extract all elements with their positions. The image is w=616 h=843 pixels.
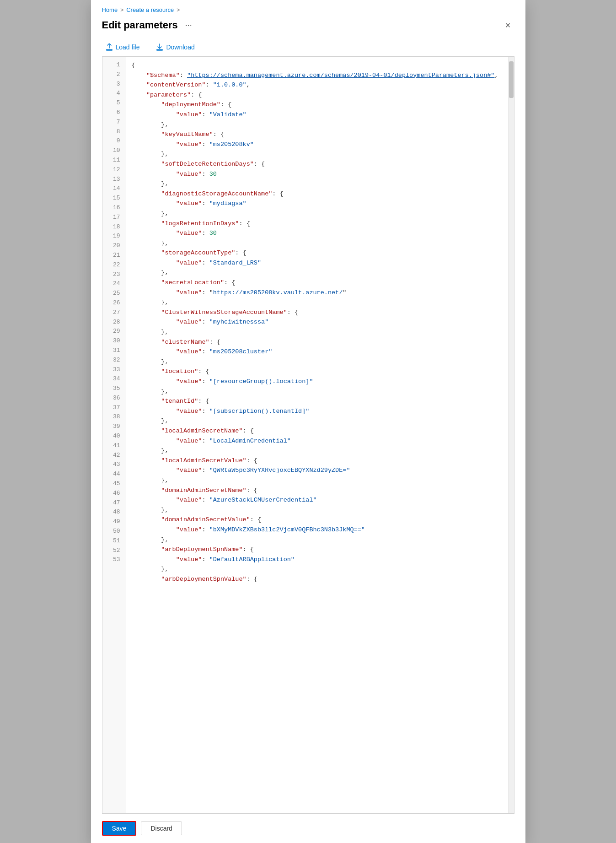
code-line: "keyVaultName": { (132, 130, 503, 140)
line-number: 50 (102, 527, 126, 536)
code-line: "storageAccountType": { (132, 248, 503, 258)
code-line: "value": "QWRtaW5pc3RyYXRvcjoxcEBQYXNzd2… (132, 465, 503, 476)
code-line: "deploymentMode": { (132, 100, 503, 110)
code-line: }, (132, 387, 503, 397)
line-number: 19 (102, 232, 126, 241)
breadcrumb-create-resource[interactable]: Create a resource (126, 6, 174, 13)
line-numbers: 1234567891011121314151617181920212223242… (102, 57, 126, 813)
code-line: "value": "LocalAdminCredential" (132, 436, 503, 446)
breadcrumb-sep-2: > (177, 7, 180, 13)
code-line: "value": "mydiagsa" (132, 199, 503, 209)
line-number: 38 (102, 412, 126, 422)
line-number: 51 (102, 536, 126, 546)
code-line: }, (132, 564, 503, 574)
line-number: 10 (102, 146, 126, 156)
line-number: 42 (102, 451, 126, 460)
line-number: 13 (102, 175, 126, 184)
code-line: "arbDeploymentSpnName": { (132, 545, 503, 555)
code-line: "localAdminSecretValue": { (132, 456, 503, 466)
code-line: "clusterName": { (132, 337, 503, 347)
line-number: 32 (102, 356, 126, 365)
line-number: 12 (102, 165, 126, 175)
line-number: 47 (102, 498, 126, 508)
line-number: 21 (102, 251, 126, 260)
toolbar: Load file Download (91, 38, 525, 56)
code-line: }, (132, 149, 503, 159)
schema-link[interactable]: "https://schema.management.azure.com/sch… (187, 72, 494, 79)
code-line: }, (132, 297, 503, 308)
line-number: 45 (102, 479, 126, 489)
line-number: 24 (102, 279, 126, 289)
line-number: 9 (102, 136, 126, 146)
editor-content[interactable]: 1234567891011121314151617181920212223242… (102, 57, 514, 813)
code-line: "location": { (132, 367, 503, 377)
code-line: "domainAdminSecretName": { (132, 486, 503, 496)
upload-icon (106, 43, 113, 51)
line-number: 53 (102, 555, 126, 565)
scrollbar-thumb[interactable] (509, 61, 514, 98)
line-number: 18 (102, 222, 126, 232)
load-file-button[interactable]: Load file (102, 42, 144, 53)
line-number: 2 (102, 70, 126, 80)
save-button[interactable]: Save (102, 821, 137, 836)
code-line: "value": "https://ms205208kv.vault.azure… (132, 288, 503, 298)
line-number: 37 (102, 403, 126, 413)
line-number: 16 (102, 203, 126, 213)
code-line: "value": "myhciwitnesssa" (132, 317, 503, 327)
line-number: 6 (102, 108, 126, 118)
line-number: 27 (102, 308, 126, 318)
line-number: 14 (102, 184, 126, 194)
line-number: 26 (102, 298, 126, 308)
line-number: 41 (102, 441, 126, 451)
code-line: "$schema": "https://schema.management.az… (132, 70, 503, 81)
line-number: 40 (102, 432, 126, 441)
download-button[interactable]: Download (152, 42, 198, 53)
code-line: "value": "ms205208cluster" (132, 347, 503, 357)
line-number: 46 (102, 489, 126, 498)
breadcrumb-home[interactable]: Home (102, 6, 118, 13)
breadcrumb: Home > Create a resource > (91, 0, 525, 16)
line-number: 20 (102, 241, 126, 251)
code-line: "domainAdminSecretValue": { (132, 515, 503, 525)
line-number: 34 (102, 374, 126, 384)
load-file-label: Load file (116, 43, 140, 51)
code-line: "value": "ms205208kv" (132, 140, 503, 150)
discard-button[interactable]: Discard (141, 821, 182, 835)
download-icon (156, 43, 163, 51)
line-number: 52 (102, 546, 126, 556)
code-line: "value": "AzureStackLCMUserCredential" (132, 495, 503, 505)
scrollbar-track[interactable] (509, 57, 514, 813)
line-number: 43 (102, 460, 126, 470)
line-number: 44 (102, 470, 126, 479)
code-line: }, (132, 268, 503, 278)
code-line: "value": "[subscription().tenantId]" (132, 406, 503, 416)
code-line: "tenantId": { (132, 396, 503, 406)
code-line: "ClusterWitnessStorageAccountName": { (132, 308, 503, 318)
footer: Save Discard (91, 814, 525, 843)
code-line: "arbDeploymentSpnValue": { (132, 574, 503, 584)
close-button[interactable]: × (502, 19, 514, 32)
line-number: 15 (102, 194, 126, 203)
code-line: }, (132, 476, 503, 486)
secrets-location-link[interactable]: https://ms205208kv.vault.azure.net/ (213, 289, 343, 296)
code-line: }, (132, 179, 503, 189)
code-line: "parameters": { (132, 90, 503, 100)
ellipsis-button[interactable]: ··· (182, 20, 195, 31)
code-line: "softDeleteRetentionDays": { (132, 159, 503, 169)
line-number: 4 (102, 89, 126, 98)
code-line: }, (132, 238, 503, 249)
download-label: Download (166, 43, 194, 51)
line-number: 23 (102, 270, 126, 280)
line-number: 28 (102, 318, 126, 327)
line-number: 36 (102, 394, 126, 403)
code-line: }, (132, 535, 503, 545)
code-line: "localAdminSecretName": { (132, 426, 503, 436)
line-number: 3 (102, 80, 126, 89)
modal-overlay: Home > Create a resource > Edit paramete… (0, 0, 616, 843)
code-line: }, (132, 446, 503, 456)
line-number: 33 (102, 365, 126, 375)
line-number: 17 (102, 213, 126, 222)
code-line: }, (132, 209, 503, 219)
editor-container: 1234567891011121314151617181920212223242… (102, 56, 514, 814)
code-area[interactable]: { "$schema": "https://schema.management.… (126, 57, 509, 813)
